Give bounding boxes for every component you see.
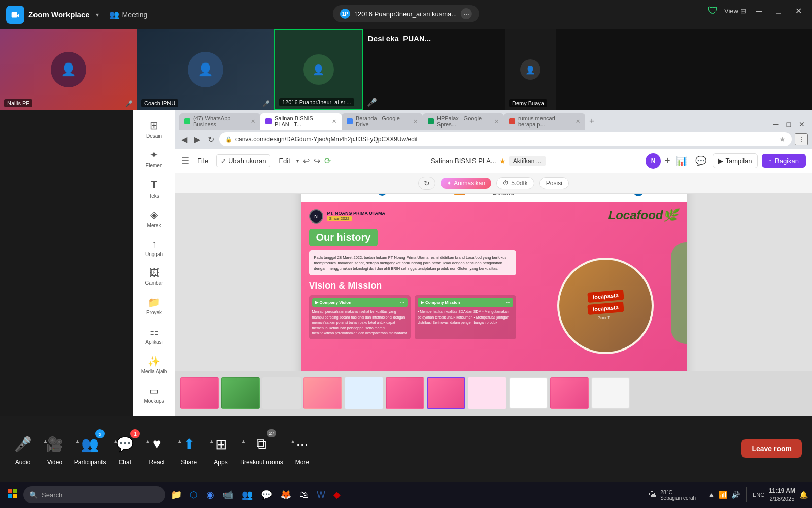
sidebar-tool-gambar[interactable]: 🖼 Gambar	[137, 263, 172, 290]
taskbar-icon-store[interactable]: 🛍	[296, 488, 312, 502]
resize-button[interactable]: ⤢ Ubah ukuran	[216, 154, 270, 167]
close-button[interactable]: ✕	[791, 5, 806, 17]
participant-tile-desi[interactable]: Desi eka_PUAN... 🎤	[363, 29, 505, 110]
apps-zoom-button[interactable]: ⊞ Apps	[208, 431, 233, 466]
volume-icon[interactable]: 🔊	[731, 491, 740, 499]
aktifkan-label[interactable]: Aktifkan ...	[509, 156, 546, 166]
tab-close-rumus[interactable]: ✕	[576, 118, 580, 125]
forward-button[interactable]: ▶	[192, 134, 202, 145]
browser-tab-gdrive[interactable]: Beranda - Google Drive ✕	[342, 113, 423, 130]
chevron-up-icon[interactable]: ▲	[708, 491, 715, 498]
thumbnail-8[interactable]	[468, 377, 506, 409]
taskbar-icon-red-app[interactable]: ◆	[330, 487, 344, 502]
thumbnail-4[interactable]	[303, 377, 342, 409]
thumbnail-10[interactable]	[550, 377, 589, 409]
participants-button[interactable]: 👥 5 Participants	[74, 431, 106, 466]
thumbnail-9[interactable]	[509, 377, 548, 409]
add-collaborator-button[interactable]: +	[665, 155, 670, 166]
thumbnail-3[interactable]	[262, 377, 301, 409]
thumbnail-6[interactable]	[386, 377, 424, 409]
sidebar-tool-desain[interactable]: ⊞ Desain	[137, 115, 172, 143]
share-button[interactable]: ↑ Bagikan	[762, 154, 806, 168]
file-menu-button[interactable]: File	[193, 155, 212, 167]
audio-button[interactable]: 🎤 Audio	[10, 431, 36, 466]
edit-menu-button[interactable]: Edit	[275, 155, 294, 167]
sidebar-tool-teks[interactable]: T Teks	[137, 174, 172, 203]
redo-button[interactable]: ↪	[314, 156, 320, 166]
autosave-button[interactable]: ⟳	[324, 156, 331, 166]
share-zoom-button[interactable]: ⬆ Share	[176, 431, 201, 466]
url-bar[interactable]: 🔒 canva.com/design/DAGdum-Yjao/qMm4h2pJf…	[219, 132, 792, 146]
maximize-button[interactable]: □	[772, 6, 785, 17]
tab-close-hppalax[interactable]: ✕	[494, 118, 499, 125]
sidebar-tool-aplikasi[interactable]: ⚏ Aplikasi	[137, 322, 172, 349]
favorite-icon[interactable]: ★	[499, 157, 506, 165]
taskbar-search-box[interactable]: 🔍 Search	[23, 486, 165, 503]
close-browser-icon[interactable]: ✕	[796, 119, 808, 130]
settings-browser-button[interactable]: ⋮	[795, 133, 808, 145]
video-button[interactable]: 🎥 Video	[42, 431, 67, 466]
hamburger-menu-button[interactable]: ☰	[181, 155, 189, 167]
undo-button[interactable]: ↩	[303, 156, 310, 166]
sidebar-tool-elemen[interactable]: ✦ Elemen	[137, 145, 172, 172]
taskbar-icon-zoom[interactable]: 📹	[219, 487, 236, 502]
minimize-browser-icon[interactable]: ─	[770, 119, 782, 130]
thumbnail-7[interactable]	[427, 377, 465, 409]
sidebar-tool-mockups[interactable]: ▭ Mockups	[137, 380, 172, 408]
thumbnail-1[interactable]	[180, 377, 219, 409]
taskbar-icon-edge[interactable]: ⬡	[187, 487, 201, 502]
new-tab-button[interactable]: +	[585, 113, 599, 130]
notification-button[interactable]: 🔔	[799, 491, 808, 499]
animate-button[interactable]: ✦ Animasikan	[441, 178, 491, 189]
participant-tile-coach[interactable]: 👤 Coach IPNU 🎤	[137, 29, 274, 110]
timer-button[interactable]: ⏱ 5.0dtk	[496, 177, 534, 189]
sidebar-tool-merek[interactable]: ◈ Merek	[137, 205, 172, 232]
taskbar-icon-firefox[interactable]: 🦊	[277, 487, 294, 502]
browser-tab-hppalax[interactable]: HPPalax - Google Spres... ✕	[423, 113, 504, 130]
clock-area[interactable]: 11:19 AM 2/18/2025	[769, 487, 795, 503]
thumbnail-5[interactable]	[345, 377, 383, 409]
taskbar-icon-word[interactable]: W	[314, 488, 328, 502]
taskbar-icon-explorer[interactable]: 📁	[167, 487, 185, 502]
participant-tile-nailis[interactable]: 👤 Nailis PF 🎤	[0, 29, 137, 110]
taskbar-icon-chrome[interactable]: ◉	[203, 487, 217, 502]
sidebar-tool-media-ajaib[interactable]: ✨ Media Ajaib	[137, 351, 172, 378]
present-button[interactable]: ▶ Tampilan	[713, 153, 757, 168]
minimize-button[interactable]: ─	[752, 6, 766, 17]
thumbnail-2[interactable]	[221, 377, 260, 409]
refresh-slide-button[interactable]: ↻	[418, 177, 435, 190]
comment-icon[interactable]: 💬	[693, 153, 708, 169]
sidebar-tool-unggah[interactable]: ↑ Unggah	[137, 234, 172, 261]
sidebar-tool-proyek[interactable]: 📁 Proyek	[137, 292, 172, 320]
dropdown-arrow-icon[interactable]: ▾	[96, 11, 99, 18]
user-avatar-canva[interactable]: N	[646, 153, 661, 169]
more-button[interactable]: ··· More	[290, 431, 315, 466]
position-button[interactable]: Posisi	[539, 177, 569, 189]
maximize-browser-icon[interactable]: □	[784, 119, 794, 130]
bookmark-icon[interactable]: ★	[779, 135, 786, 143]
back-button[interactable]: ◀	[179, 134, 189, 145]
tab-close-whatsapp[interactable]: ✕	[251, 118, 255, 125]
browser-tab-whatsapp[interactable]: (47) WhatsApp Business ✕	[179, 113, 260, 130]
more-options-button[interactable]: ···	[461, 8, 472, 19]
leave-room-button[interactable]: Leave room	[741, 439, 802, 458]
network-icon[interactable]: 📶	[719, 491, 727, 499]
browser-tab-canva[interactable]: Salinan BISNIS PLAN - T... ✕	[260, 113, 342, 130]
tab-close-gdrive[interactable]: ✕	[413, 118, 418, 125]
participant-tile-12016[interactable]: 👤 12016 Puanpr3neur_ai sri...	[274, 29, 363, 110]
chat-button[interactable]: 💬 1 Chat	[112, 431, 138, 466]
taskbar-icon-whatsapp[interactable]: 💬	[258, 487, 275, 502]
refresh-button[interactable]: ↻	[206, 134, 216, 145]
react-button[interactable]: ♥ React	[144, 431, 170, 466]
analytics-icon[interactable]: 📊	[674, 153, 689, 169]
tab-close-canva[interactable]: ✕	[332, 118, 336, 125]
browser-tab-rumus[interactable]: rumus mencari berapa p... ✕	[504, 113, 585, 130]
start-button[interactable]	[4, 487, 21, 503]
view-button[interactable]: View ⊞	[724, 7, 746, 15]
slide-canvas[interactable]: BUMN UNTUK INDONESIA PERTAMINA FOUNDATIO…	[301, 194, 687, 371]
taskbar-icon-teams[interactable]: 👥	[239, 487, 256, 502]
breakout-button[interactable]: ⧉ 27 Breakout rooms	[240, 431, 283, 466]
thumbnail-11[interactable]	[591, 377, 630, 409]
participant-tile-demy[interactable]: 👤 Demy Buaya	[505, 29, 556, 110]
meeting-button[interactable]: 👥 Meeting	[109, 10, 148, 19]
